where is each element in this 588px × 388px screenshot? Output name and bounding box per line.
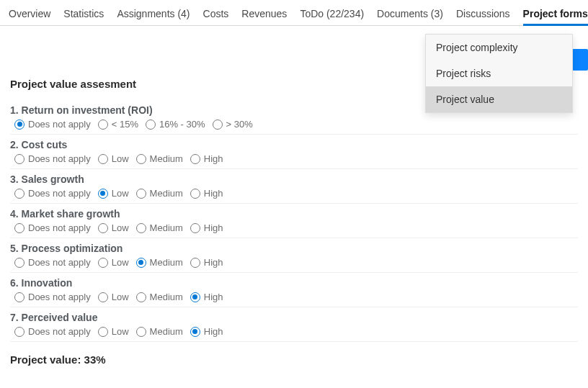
option-label: Does not apply (28, 222, 91, 233)
dropdown-item-project-complexity[interactable]: Project complexity (426, 35, 572, 60)
radio-icon[interactable] (98, 258, 108, 268)
tab-assignments-4[interactable]: Assignments (4) (117, 8, 190, 25)
option-label: Medium (150, 292, 183, 302)
option-low[interactable]: Low (98, 188, 129, 199)
option-row: Does not apply< 15%16% - 30%> 30% (10, 119, 578, 130)
radio-icon[interactable] (98, 154, 108, 164)
question-title: 3. Sales growth (10, 173, 578, 185)
tab-statistics[interactable]: Statistics (63, 8, 104, 25)
option-does-not-apply[interactable]: Does not apply (14, 153, 91, 164)
radio-icon[interactable] (136, 292, 146, 302)
option-label: Does not apply (28, 153, 91, 164)
option-medium[interactable]: Medium (136, 222, 183, 233)
option-30[interactable]: > 30% (213, 119, 253, 130)
question-3: 3. Sales growthDoes not applyLowMediumHi… (10, 169, 578, 204)
radio-icon[interactable] (190, 292, 200, 302)
option-medium[interactable]: Medium (136, 257, 183, 268)
option-does-not-apply[interactable]: Does not apply (14, 119, 91, 130)
option-row: Does not applyLowMediumHigh (10, 257, 578, 268)
radio-icon[interactable] (14, 154, 24, 164)
radio-icon[interactable] (98, 292, 108, 302)
tab-documents-3[interactable]: Documents (3) (377, 8, 443, 25)
option-label: Medium (150, 326, 183, 337)
option-16-30[interactable]: 16% - 30% (146, 119, 205, 130)
option-label: Low (112, 188, 129, 199)
tab-todo-22-234[interactable]: ToDo (22/234) (300, 8, 364, 25)
option-row: Does not applyLowMediumHigh (10, 326, 578, 337)
radio-icon[interactable] (190, 189, 200, 199)
option-medium[interactable]: Medium (136, 153, 183, 164)
question-5: 5. Process optimizationDoes not applyLow… (10, 238, 578, 273)
option-medium[interactable]: Medium (136, 326, 183, 337)
option-label: Does not apply (28, 257, 91, 268)
option-label: High (204, 292, 223, 302)
option-high[interactable]: High (190, 292, 223, 302)
option-15[interactable]: < 15% (98, 119, 138, 130)
radio-icon[interactable] (136, 223, 146, 233)
option-label: Does not apply (28, 119, 91, 130)
option-label: Medium (150, 222, 183, 233)
option-label: Medium (150, 188, 183, 199)
option-row: Does not applyLowMediumHigh (10, 153, 578, 164)
radio-icon[interactable] (136, 327, 146, 337)
option-high[interactable]: High (190, 222, 223, 233)
option-label: Does not apply (28, 188, 91, 199)
option-high[interactable]: High (190, 188, 223, 199)
option-label: Low (112, 292, 129, 302)
option-does-not-apply[interactable]: Does not apply (14, 188, 91, 199)
option-high[interactable]: High (190, 326, 223, 337)
option-label: Low (112, 257, 129, 268)
radio-icon[interactable] (213, 119, 223, 130)
tab-overview[interactable]: Overview (9, 8, 50, 25)
option-low[interactable]: Low (98, 153, 129, 164)
radio-icon[interactable] (14, 258, 24, 268)
radio-icon[interactable] (146, 119, 156, 130)
option-label: High (204, 222, 223, 233)
radio-icon[interactable] (14, 223, 24, 233)
option-row: Does not applyLowMediumHigh (10, 222, 578, 233)
radio-icon[interactable] (136, 258, 146, 268)
radio-icon[interactable] (98, 189, 108, 199)
option-does-not-apply[interactable]: Does not apply (14, 257, 91, 268)
option-label: < 15% (112, 119, 138, 130)
radio-icon[interactable] (190, 327, 200, 337)
radio-icon[interactable] (14, 292, 24, 302)
tab-discussions[interactable]: Discussions (456, 8, 510, 25)
option-medium[interactable]: Medium (136, 292, 183, 302)
option-does-not-apply[interactable]: Does not apply (14, 326, 91, 337)
option-high[interactable]: High (190, 257, 223, 268)
question-title: 2. Cost cuts (10, 139, 578, 150)
option-medium[interactable]: Medium (136, 188, 183, 199)
radio-icon[interactable] (98, 327, 108, 337)
option-does-not-apply[interactable]: Does not apply (14, 292, 91, 302)
primary-action-button[interactable] (572, 49, 588, 71)
radio-icon[interactable] (14, 119, 24, 130)
tab-costs[interactable]: Costs (203, 8, 229, 25)
option-low[interactable]: Low (98, 326, 129, 337)
question-title: 5. Process optimization (10, 243, 578, 254)
radio-icon[interactable] (136, 189, 146, 199)
dropdown-item-project-value[interactable]: Project value (426, 86, 572, 112)
option-does-not-apply[interactable]: Does not apply (14, 222, 91, 233)
option-label: Medium (150, 153, 183, 164)
project-value-result: Project value: 33% (10, 353, 578, 366)
radio-icon[interactable] (14, 327, 24, 337)
radio-icon[interactable] (190, 154, 200, 164)
tab-project-forms[interactable]: Project forms (523, 8, 588, 26)
radio-icon[interactable] (190, 258, 200, 268)
radio-icon[interactable] (136, 154, 146, 164)
radio-icon[interactable] (190, 223, 200, 233)
option-label: High (204, 326, 223, 337)
option-high[interactable]: High (190, 153, 223, 164)
question-title: 6. Innovation (10, 277, 578, 289)
radio-icon[interactable] (14, 189, 24, 199)
tab-revenues[interactable]: Revenues (241, 8, 287, 25)
option-label: High (204, 257, 223, 268)
question-6: 6. InnovationDoes not applyLowMediumHigh (10, 273, 578, 307)
dropdown-item-project-risks[interactable]: Project risks (426, 60, 572, 86)
option-low[interactable]: Low (98, 222, 129, 233)
option-low[interactable]: Low (98, 257, 129, 268)
radio-icon[interactable] (98, 119, 108, 130)
radio-icon[interactable] (98, 223, 108, 233)
option-low[interactable]: Low (98, 292, 129, 302)
